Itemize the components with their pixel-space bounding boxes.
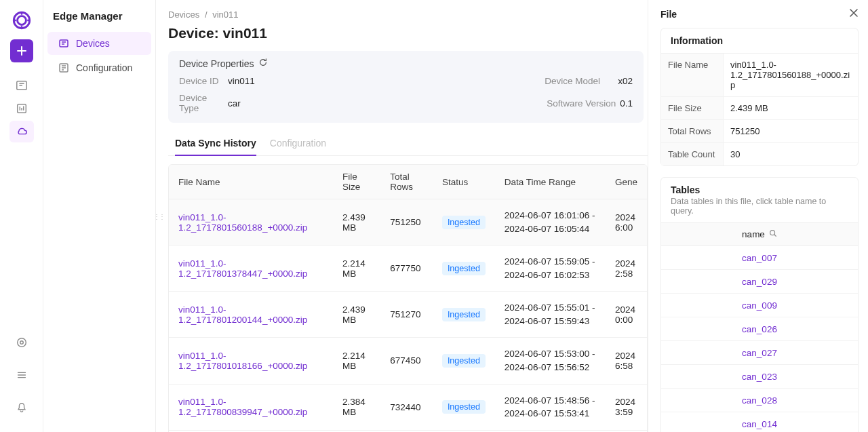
cell-rows: 751270	[380, 292, 433, 338]
cell-gen: 2024 2:58	[606, 246, 647, 292]
software-version-value: 0.1	[620, 98, 633, 109]
file-link[interactable]: vin011_1.0-1.2_1717801200144_+0000.zip	[178, 305, 307, 325]
data-sync-table: File Name File Size Total Rows Status Da…	[168, 164, 648, 432]
status-badge: Ingested	[442, 354, 486, 368]
tables-card: Tables Data tables in this file, click t…	[660, 177, 859, 432]
rail-icon-2[interactable]	[9, 98, 34, 119]
info-file-size-value: 2.439 MB	[724, 97, 858, 119]
page-title: Device: vin011	[168, 25, 648, 41]
info-table-count-value: 30	[724, 143, 858, 165]
table-row[interactable]: vin011_1.0-1.2_1717801200144_+0000.zip 2…	[169, 292, 647, 338]
table-list-row: can_009	[661, 294, 858, 317]
device-model-label: Device Model	[545, 76, 618, 86]
device-type-label: Device Type	[179, 93, 228, 113]
sidebar-item-label: Devices	[76, 38, 110, 49]
cell-gen: 2024 0:00	[606, 292, 647, 338]
main-content: Devices / vin011 Device: vin011 Device P…	[156, 0, 648, 432]
cell-rows: 751250	[380, 199, 433, 246]
panel-title: File	[660, 9, 677, 20]
table-list-row: can_007	[661, 246, 858, 270]
device-id-value: vin011	[228, 76, 255, 86]
menu-icon[interactable]	[9, 364, 34, 386]
svg-point-1	[17, 16, 26, 25]
add-button[interactable]	[10, 39, 33, 62]
table-list-row: can_028	[661, 389, 858, 412]
device-id-label: Device ID	[179, 76, 228, 86]
cell-size: 2.439 MB	[333, 292, 380, 338]
breadcrumb-root[interactable]: Devices	[168, 9, 199, 20]
status-badge: Ingested	[442, 216, 486, 229]
info-total-rows-label: Total Rows	[661, 120, 724, 142]
cell-size: 2.214 MB	[333, 246, 380, 292]
table-link[interactable]: can_026	[742, 324, 777, 334]
table-list-row: can_029	[661, 270, 858, 294]
table-row[interactable]: vin011_1.0-1.2_1717801018166_+0000.zip 2…	[169, 338, 647, 384]
table-link[interactable]: can_023	[742, 372, 777, 382]
table-link[interactable]: can_027	[742, 348, 777, 358]
device-properties-card: Device Properties Device IDvin011 Device…	[168, 51, 644, 123]
file-link[interactable]: vin011_1.0-1.2_1717801018166_+0000.zip	[178, 351, 307, 371]
information-header: Information	[661, 28, 858, 54]
bell-icon[interactable]	[9, 397, 34, 418]
app-logo	[11, 9, 33, 31]
svg-point-5	[20, 341, 23, 345]
table-row[interactable]: vin011_1.0-1.2_1717801378447_+0000.zip 2…	[169, 246, 647, 292]
information-card: Information File Namevin011_1.0-1.2_1717…	[660, 28, 859, 166]
nav-icon	[58, 62, 69, 73]
reload-icon[interactable]	[258, 58, 268, 69]
cell-range: 2024-06-07 15:48:56 - 2024-06-07 15:53:4…	[495, 384, 606, 430]
cell-size: 2.214 MB	[333, 338, 380, 384]
settings-icon[interactable]	[9, 332, 34, 353]
file-link[interactable]: vin011_1.0-1.2_1717801378447_+0000.zip	[178, 258, 307, 279]
cell-range: 2024-06-07 15:59:05 - 2024-06-07 16:02:5…	[495, 246, 606, 292]
breadcrumb-current: vin011	[212, 9, 238, 20]
th-generated[interactable]: Gene	[606, 165, 647, 199]
sidebar-item-configuration[interactable]: Configuration	[47, 56, 151, 79]
search-icon[interactable]	[769, 229, 777, 239]
properties-header-text: Device Properties	[179, 58, 254, 69]
info-total-rows-value: 751250	[724, 120, 858, 142]
device-type-value: car	[228, 98, 241, 109]
cell-rows: 732440	[380, 384, 433, 430]
tab-data-sync-history[interactable]: Data Sync History	[175, 132, 256, 155]
icon-rail	[0, 0, 43, 432]
th-file-name[interactable]: File Name	[169, 165, 333, 199]
brand-title: Edge Manager	[43, 0, 155, 32]
sidebar: Edge Manager DevicesConfiguration	[43, 0, 156, 432]
th-total-rows[interactable]: Total Rows	[380, 165, 433, 199]
tables-name-header[interactable]: name	[661, 222, 858, 246]
tables-header: Tables	[661, 178, 858, 197]
close-icon[interactable]	[849, 8, 859, 20]
svg-point-0	[14, 12, 29, 28]
status-badge: Ingested	[442, 262, 486, 275]
th-status[interactable]: Status	[433, 165, 495, 199]
table-row[interactable]: vin011_1.0-1.2_1717800839947_+0000.zip 2…	[169, 384, 647, 430]
cell-gen: 2024 6:00	[606, 199, 647, 246]
file-link[interactable]: vin011_1.0-1.2_1717801560188_+0000.zip	[178, 212, 307, 233]
cell-size: 2.384 MB	[333, 384, 380, 430]
svg-point-4	[17, 338, 26, 347]
sidebar-item-label: Configuration	[76, 62, 132, 73]
info-file-name-value: vin011_1.0-1.2_1717801560188_+0000.zip	[724, 54, 858, 96]
cell-size: 2.439 MB	[333, 199, 380, 246]
tables-subtitle: Data tables in this file, click table na…	[661, 197, 858, 222]
table-link[interactable]: can_009	[742, 300, 777, 311]
table-link[interactable]: can_029	[742, 277, 777, 287]
tab-configuration[interactable]: Configuration	[270, 132, 326, 155]
table-link[interactable]: can_028	[742, 395, 777, 406]
file-link[interactable]: vin011_1.0-1.2_1717800839947_+0000.zip	[178, 397, 307, 417]
status-badge: Ingested	[442, 308, 486, 321]
table-list-row: can_014	[661, 412, 858, 432]
table-link[interactable]: can_007	[742, 253, 777, 263]
rail-icon-cloud[interactable]	[9, 121, 34, 142]
cell-range: 2024-06-07 16:01:06 - 2024-06-07 16:05:4…	[495, 199, 606, 246]
tabs: Data Sync HistoryConfiguration	[168, 132, 648, 156]
rail-icon-1[interactable]	[9, 75, 34, 96]
table-row[interactable]: vin011_1.0-1.2_1717801560188_+0000.zip 2…	[169, 199, 647, 246]
th-data-time-range[interactable]: Data Time Range	[495, 165, 606, 199]
th-file-size[interactable]: File Size	[333, 165, 380, 199]
table-link[interactable]: can_014	[742, 419, 777, 429]
sidebar-item-devices[interactable]: Devices	[47, 32, 151, 55]
cell-range: 2024-06-07 15:55:01 - 2024-06-07 15:59:4…	[495, 292, 606, 338]
cell-gen: 2024 6:58	[606, 338, 647, 384]
